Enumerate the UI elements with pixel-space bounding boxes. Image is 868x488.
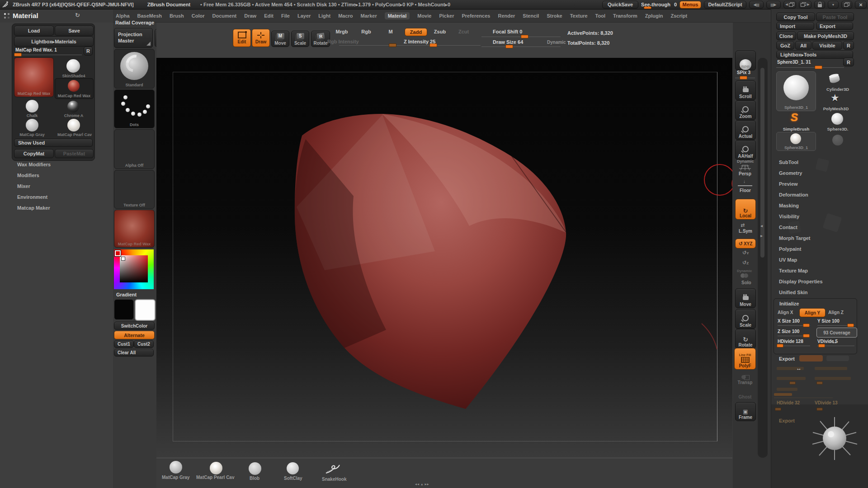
lightbox-tools-button[interactable]: Lightbox▸Tools — [776, 51, 853, 59]
see-through-handle[interactable] — [644, 6, 651, 9]
scroll-button[interactable]: Scroll — [735, 80, 756, 100]
local-button[interactable]: ↻ Local — [735, 199, 756, 220]
palette-refresh-icon[interactable]: ↻ — [75, 12, 80, 19]
move-mode-button[interactable]: M Move — [271, 31, 289, 47]
material-skinshade4-swatch[interactable] — [66, 59, 80, 73]
cylinder3d-icon[interactable] — [829, 74, 840, 84]
menu-layer[interactable]: Layer — [297, 13, 311, 19]
rgb-intensity-handle[interactable] — [389, 43, 396, 47]
divider-right-icon[interactable]: |||▶ — [766, 1, 781, 9]
section-modifiers[interactable]: Modifiers — [17, 173, 39, 178]
divider-grip-up[interactable]: ◂ — [760, 223, 763, 228]
texture-thumbnail[interactable]: Texture Off — [114, 170, 155, 209]
zoom-button[interactable]: Zoom — [735, 100, 756, 120]
tool-slider-r-button[interactable]: R — [843, 58, 854, 66]
dynamic-label[interactable]: Dynamic — [547, 40, 566, 45]
quicksave-button[interactable]: QuickSave — [602, 1, 638, 9]
menu-preferences[interactable]: Preferences — [462, 13, 490, 19]
goz-r-button[interactable]: R — [843, 41, 854, 50]
scale-mode-button[interactable]: S Scale — [291, 31, 309, 47]
tool-section-geometry[interactable]: Geometry — [779, 170, 802, 176]
recent-tool-thumbnail[interactable]: Sphere3D_1 — [776, 132, 816, 151]
rotate-nav-button[interactable]: ↻ Rotate — [735, 329, 756, 349]
focal-shift-handle[interactable] — [521, 35, 528, 38]
divider-grip-down[interactable]: ▸ — [760, 233, 763, 238]
clear-all-button[interactable]: Clear All — [114, 349, 154, 357]
move-nav-button[interactable]: Move — [735, 288, 756, 308]
menu-alpha[interactable]: Alpha — [116, 13, 130, 19]
alternate-button[interactable]: Alternate — [114, 331, 155, 339]
menu-marker[interactable]: Marker — [361, 13, 377, 19]
export-tool-button[interactable]: Export — [816, 22, 853, 30]
menu-stencil[interactable]: Stencil — [523, 13, 539, 19]
menu-stroke[interactable]: Stroke — [547, 13, 562, 19]
tool-section-texture-map[interactable]: Texture Map — [779, 268, 808, 273]
menu-brush[interactable]: Brush — [170, 13, 184, 19]
material-chalk-swatch[interactable] — [26, 100, 38, 113]
tool-section-display-properties[interactable]: Display Properties — [779, 279, 823, 284]
scale-nav-button[interactable]: Scale — [735, 309, 756, 329]
bpr-button[interactable]: BPR — [735, 51, 756, 70]
tool-section-masking[interactable]: Masking — [779, 203, 799, 208]
zsub-button[interactable]: Zsub — [429, 28, 451, 35]
right-scrollbar-thumb[interactable] — [760, 68, 764, 258]
polymesh3d-star-icon[interactable]: ★ — [830, 92, 840, 104]
secondary-color-swatch[interactable] — [135, 299, 156, 321]
paste-tool-button[interactable]: Paste Tool — [816, 13, 854, 21]
import-tool-button[interactable]: Import — [776, 22, 814, 30]
tool-section-deformation[interactable]: Deformation — [779, 192, 808, 197]
clone-button[interactable]: Clone — [776, 32, 796, 40]
load-material-button[interactable]: Load — [14, 26, 54, 36]
menu-document[interactable]: Document — [212, 13, 237, 19]
coverage-field[interactable]: 93 Coverage — [816, 328, 857, 338]
tray-matcap-gray-icon[interactable] — [170, 461, 182, 474]
align-z-button[interactable]: Align Z — [828, 310, 844, 315]
copymat-button[interactable]: CopyMat — [14, 149, 54, 158]
make-polymesh-button[interactable]: Make PolyMesh3D — [797, 32, 854, 40]
goz-button[interactable]: GoZ — [776, 41, 794, 50]
tool-slider-handle[interactable] — [815, 66, 822, 69]
tool-section-unified-skin[interactable]: Unified Skin — [779, 290, 808, 295]
spix-handle[interactable] — [740, 76, 747, 80]
y-rotate-icon[interactable]: ↺Y — [742, 250, 749, 256]
close-button[interactable]: × — [855, 1, 867, 9]
material-slider-r-button[interactable]: R — [84, 47, 93, 56]
copy-tool-button[interactable]: Copy Tool — [776, 13, 815, 21]
lsym-label[interactable]: L.Sym — [739, 229, 752, 234]
menu-basemesh[interactable]: BaseMesh — [137, 13, 162, 19]
menu-movie[interactable]: Movie — [417, 13, 431, 19]
main-color-swatch[interactable] — [114, 299, 134, 320]
persp-label[interactable]: Persp — [739, 171, 751, 176]
export-section[interactable]: Export — [779, 356, 795, 361]
visible-button[interactable]: Visible — [812, 41, 842, 50]
lightbox-materials-button[interactable]: Lightbox▸Materials — [14, 37, 94, 47]
menu-picker[interactable]: Picker — [439, 13, 454, 19]
mrgb-button[interactable]: Mrgb — [331, 28, 353, 35]
save-material-button[interactable]: Save — [55, 26, 94, 36]
tray-matcap-pearl-icon[interactable] — [210, 462, 222, 474]
persp-grid-icon[interactable] — [738, 164, 752, 171]
align-x-button[interactable]: Align X — [778, 310, 793, 315]
tool-section-subtool[interactable]: SubTool — [779, 160, 798, 165]
canvas-viewport[interactable] — [156, 58, 732, 458]
tool-section-contact[interactable]: Contact — [779, 225, 797, 230]
light-placement-widget[interactable] — [807, 413, 862, 463]
hdivide-handle[interactable] — [777, 344, 783, 347]
initialize-title[interactable]: Initialize — [779, 301, 799, 306]
minimize-button[interactable]: ▼ — [828, 1, 839, 9]
z-intensity-handle[interactable] — [429, 43, 437, 47]
color-picker[interactable] — [114, 249, 154, 289]
simplebrush-icon[interactable]: S — [791, 111, 798, 124]
polyf-button[interactable]: Line Fill PolyF — [734, 348, 756, 370]
material-pearl-swatch[interactable] — [67, 119, 80, 131]
menu-file[interactable]: File — [281, 13, 290, 19]
pastemat-button[interactable]: PasteMat — [55, 149, 94, 158]
current-tool-thumbnail[interactable]: Sphere3D_1 — [776, 71, 816, 111]
section-wax-modifiers[interactable]: Wax Modifiers — [17, 162, 51, 167]
menu-color[interactable]: Color — [192, 13, 205, 19]
z-size-handle[interactable] — [803, 334, 810, 338]
draw-mode-button[interactable]: Draw — [252, 29, 270, 47]
stroke-thumbnail[interactable]: Dots — [114, 89, 155, 128]
ghost-button[interactable]: Ghost — [737, 387, 753, 400]
tool-section-polypaint[interactable]: Polypaint — [779, 246, 802, 252]
